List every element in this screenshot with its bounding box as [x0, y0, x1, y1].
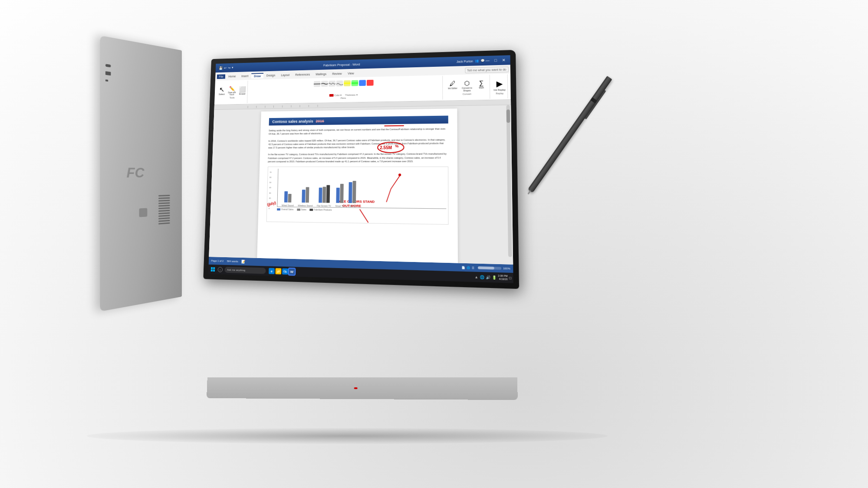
tab-view[interactable]: View [345, 71, 356, 75]
replay-group-label: Replay [496, 92, 503, 95]
draw-touch-btn[interactable]: ✏️ Draw with Touch [226, 85, 238, 95]
taskbar-edge-icon[interactable]: e [269, 268, 275, 275]
ink-replay-btn[interactable]: ▶ Ink Replay [493, 79, 506, 91]
taskbar-pinned-apps: e 📁 🛍 W [269, 268, 295, 275]
window-controls: — □ ✕ [485, 58, 506, 62]
view-web-icon[interactable]: 🌐 [467, 266, 470, 269]
tell-me-box[interactable]: Tell me what you want to do [465, 66, 509, 73]
legend-label-fabrikam: Fabrikam Products [314, 208, 332, 211]
screen-content: 💾 ↩ ↪ ▾ Fabrikam Proposal - Word Jack Pu… [208, 55, 513, 283]
legend-label-overall: Overall Sales [281, 208, 294, 210]
svg-rect-13 [211, 269, 213, 272]
taskbar-battery-icon[interactable]: 🔋 [492, 275, 496, 280]
pen-style-color1[interactable] [359, 80, 366, 86]
vent-slot [158, 223, 170, 225]
pen-style-color2[interactable] [367, 80, 374, 86]
document-area: Contoso sales analysis 2016 Setting asid… [209, 105, 513, 265]
vent-slot [158, 213, 170, 214]
taskbar-search-box[interactable]: Ask me anything [224, 267, 266, 274]
ink-editor-btn[interactable]: 🖊 Ink Editor [446, 80, 459, 92]
vent-slot [158, 197, 170, 199]
user-area: Jack Purton 👥 💬 [457, 59, 485, 63]
taskbar-notification-icon[interactable]: □ [509, 276, 511, 280]
tab-home[interactable]: Home [226, 74, 238, 79]
laptop-left-panel: FC [100, 36, 182, 311]
taskbar-clock: 2:38 PM 4/19/20 [498, 274, 508, 281]
pen-style-3[interactable] [329, 81, 335, 87]
taskbar-store-icon[interactable]: 🛍 [282, 268, 288, 275]
page-indicator: Page 1 of 2 [211, 259, 224, 262]
tab-file[interactable]: File [217, 74, 226, 79]
scrollbar-vertical[interactable] [506, 105, 512, 257]
convert-shapes-label: Convert to Shapes [460, 86, 473, 92]
ribbon-group-pens: Color ▾ Thickness ▾ Pens [249, 76, 443, 103]
scrollbar-thumb[interactable] [506, 109, 510, 123]
taskbar-start-button[interactable] [210, 266, 216, 272]
vent-slot [158, 217, 170, 219]
save-icon[interactable]: 💾 [219, 66, 223, 70]
doc-header-year: 2016 [316, 119, 324, 123]
tab-references[interactable]: References [293, 72, 312, 77]
taskbar-explorer-icon[interactable]: 📁 [275, 268, 281, 275]
pen-style-2[interactable] [321, 81, 328, 87]
audio-port [105, 79, 108, 82]
chart-label-3dtv: 3D TV [349, 205, 355, 207]
tab-review[interactable]: Review [330, 71, 345, 76]
trackpoint [354, 387, 358, 389]
ribbon-group-ink: 🖊 Ink Editor ⬡ Convert to Shapes ∑ Math [444, 75, 490, 100]
stylus-pen [527, 76, 612, 193]
view-normal-icon[interactable]: 📄 [461, 266, 465, 269]
vent-slot [158, 220, 170, 222]
svg-rect-2 [352, 82, 358, 84]
fingerprint-reader [139, 208, 148, 217]
thickness-dropdown[interactable]: Thickness ▾ [345, 94, 358, 96]
proofread-icon[interactable]: 📝 [241, 259, 246, 263]
eraser-btn[interactable]: ⬜ Eraser [239, 86, 246, 95]
document-page: Contoso sales analysis 2016 Setting asid… [256, 108, 458, 265]
ink-editor-label: Ink Editor [448, 87, 457, 89]
color-dropdown[interactable]: Color ▾ [329, 94, 342, 96]
undo-icon[interactable]: ↩ [224, 66, 227, 70]
doc-header: Contoso sales analysis 2016 [269, 116, 448, 126]
maximize-button[interactable]: □ [493, 58, 499, 62]
taskbar-word-icon[interactable]: W [289, 269, 295, 275]
view-outline-icon[interactable]: ☰ [472, 266, 474, 269]
user-name: Jack Purton [457, 59, 473, 63]
vent-slot [158, 215, 170, 217]
vent-slot [158, 195, 170, 197]
tab-mailings[interactable]: Mailings [313, 72, 329, 76]
bar-3dtv-sales [349, 182, 352, 203]
taskbar-show-desktop[interactable]: ▲ [474, 275, 478, 279]
quick-access-toolbar: 💾 ↩ ↪ ▾ [219, 66, 233, 70]
tab-draw[interactable]: Draw [251, 73, 263, 79]
doc-body-para3: In the flat-screen TV category, Contoso-… [268, 152, 448, 164]
tab-design[interactable]: Design [264, 73, 278, 78]
select-tool-btn[interactable]: ↖ Select [219, 86, 225, 95]
legend-item-overall: Overall Sales [277, 208, 293, 210]
taskbar-sound-icon[interactable]: 🔊 [486, 275, 490, 279]
legend-label-sales: Sales [301, 208, 306, 211]
minimize-button[interactable]: — [485, 59, 490, 63]
share-icon[interactable]: 👥 [475, 59, 479, 62]
pen-style-highlight2[interactable] [352, 80, 358, 86]
zoom-slider[interactable] [478, 266, 501, 270]
tab-layout[interactable]: Layout [279, 72, 292, 77]
bar-wireless-fabrikam [306, 187, 309, 203]
cortana-button[interactable]: ○ [217, 267, 223, 272]
comments-icon[interactable]: 💬 [481, 59, 485, 62]
redo-icon[interactable]: ↪ [228, 66, 231, 70]
pen-style-4[interactable] [336, 80, 343, 86]
word-application: 💾 ↩ ↪ ▾ Fabrikam Proposal - Word Jack Pu… [208, 55, 513, 283]
ink-math-btn[interactable]: ∑ Math [475, 79, 487, 92]
tab-insert[interactable]: Insert [239, 73, 251, 78]
chart-bars-container: Wired Sound Wireless Sound [277, 169, 446, 209]
chart-group-wired: Wired Sound [282, 191, 294, 207]
pen-style-highlight1[interactable] [344, 80, 351, 86]
convert-shapes-btn[interactable]: ⬡ Convert to Shapes [460, 79, 473, 92]
close-button[interactable]: ✕ [501, 58, 507, 62]
pen-style-1[interactable] [314, 81, 321, 87]
taskbar-network-icon[interactable]: 🌐 [480, 275, 484, 279]
pens-group-label: Pens [341, 97, 346, 99]
stylus-tip [527, 190, 531, 195]
chart-label-flat-tv: Flat Screen TV [317, 204, 331, 207]
